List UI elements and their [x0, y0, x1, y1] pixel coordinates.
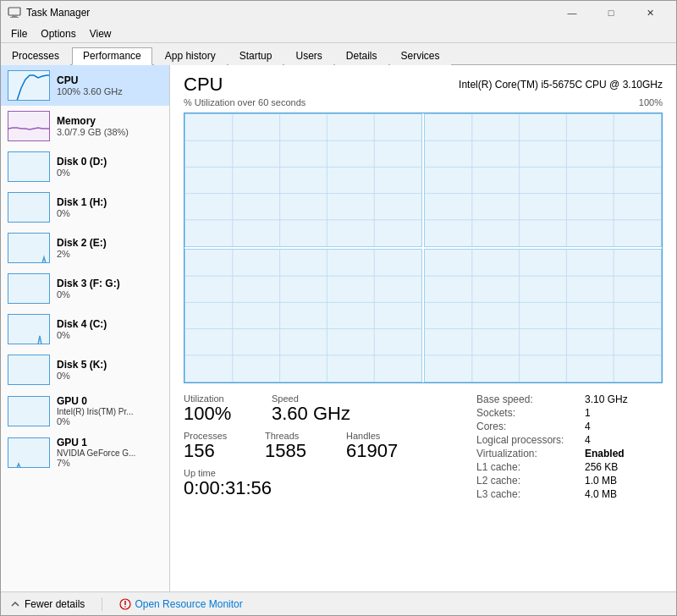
memory-detail: 3.0/7.9 GB (38%): [57, 127, 162, 137]
tab-users[interactable]: Users: [284, 47, 333, 65]
tab-startup[interactable]: Startup: [228, 47, 283, 65]
memory-label: Memory: [57, 115, 162, 127]
menu-options[interactable]: Options: [34, 26, 82, 41]
cpu-chart-q4: [424, 249, 662, 382]
menu-file[interactable]: File: [4, 26, 34, 41]
l1-row: L1 cache: 256 KB: [476, 461, 663, 473]
cpu-title: CPU: [184, 74, 223, 96]
base-speed-val: 3.10 GHz: [585, 393, 628, 405]
utilization-block: Utilization 100%: [184, 393, 251, 424]
gpu0-thumb-chart: [8, 397, 50, 426]
disk3-sidebar-info: Disk 3 (F: G:) 0%: [57, 278, 162, 300]
sidebar: CPU 100% 3.60 GHz Memory 3.0/7.9 GB (38%…: [1, 65, 170, 591]
gpu0-detail: 0%: [57, 416, 162, 426]
disk2-thumbnail: [8, 233, 50, 263]
virt-val: Enabled: [585, 448, 625, 459]
task-manager-window: Task Manager — □ ✕ File Options View Pro…: [0, 0, 677, 616]
cpu-label: CPU: [57, 74, 162, 86]
svg-rect-12: [8, 438, 50, 468]
sidebar-item-gpu0[interactable]: GPU 0 Intel(R) Iris(TM) Pr... 0%: [1, 390, 169, 432]
disk5-thumbnail: [8, 355, 50, 385]
disk1-thumbnail: [8, 192, 50, 223]
sockets-val: 1: [585, 407, 591, 419]
cores-row: Cores: 4: [476, 421, 663, 432]
virt-row: Virtualization: Enabled: [476, 448, 663, 459]
memory-thumbnail: [8, 111, 50, 141]
menu-view[interactable]: View: [83, 26, 118, 41]
sidebar-item-disk2[interactable]: Disk 2 (E:) 2%: [1, 228, 169, 268]
maximize-button[interactable]: □: [592, 4, 630, 21]
logical-val: 4: [585, 434, 591, 446]
processes-value: 156: [184, 441, 251, 461]
app-icon: [8, 6, 21, 19]
disk1-thumb-chart: [8, 193, 50, 223]
resource-monitor-icon: [119, 598, 131, 610]
sidebar-item-memory[interactable]: Memory 3.0/7.9 GB (38%): [1, 106, 169, 146]
sidebar-item-disk1[interactable]: Disk 1 (H:) 0%: [1, 187, 169, 228]
cpu-chart-q1-svg: [185, 114, 421, 246]
svg-rect-9: [8, 315, 50, 344]
chart-label: % Utilization over 60 seconds: [184, 97, 305, 107]
l3-val: 4.0 MB: [585, 488, 617, 500]
sidebar-item-disk0[interactable]: Disk 0 (D:) 0%: [1, 146, 169, 187]
disk1-label: Disk 1 (H:): [57, 196, 162, 208]
l3-row: L3 cache: 4.0 MB: [476, 488, 663, 500]
disk5-label: Disk 5 (K:): [57, 359, 162, 371]
sidebar-item-disk5[interactable]: Disk 5 (K:) 0%: [1, 349, 169, 390]
fewer-details-item[interactable]: Fewer details: [9, 598, 85, 610]
minimize-button[interactable]: —: [553, 4, 592, 21]
sidebar-item-disk3[interactable]: Disk 3 (F: G:) 0%: [1, 268, 169, 309]
sidebar-item-cpu[interactable]: CPU 100% 3.60 GHz: [1, 65, 169, 106]
disk2-label: Disk 2 (E:): [57, 237, 162, 249]
disk3-label: Disk 3 (F: G:): [57, 278, 162, 289]
logical-row: Logical processors: 4: [476, 434, 663, 446]
virt-key: Virtualization:: [476, 448, 578, 459]
l2-val: 1.0 MB: [585, 475, 617, 487]
open-resource-monitor-item[interactable]: Open Resource Monitor: [119, 598, 242, 610]
cpu-chart-q2: [424, 113, 662, 247]
cpu-model: Intel(R) Core(TM) i5-5675C CPU @ 3.10GHz: [459, 79, 663, 91]
cpu-chart-q2-svg: [425, 114, 661, 246]
chevron-up-icon: [9, 598, 21, 610]
disk3-detail: 0%: [57, 289, 162, 300]
tab-bar: Processes Performance App history Startu…: [1, 43, 676, 65]
disk1-sidebar-info: Disk 1 (H:) 0%: [57, 196, 162, 218]
base-speed-row: Base speed: 3.10 GHz: [476, 393, 663, 405]
gpu1-label: GPU 1: [57, 437, 162, 448]
disk2-sidebar-info: Disk 2 (E:) 2%: [57, 237, 162, 259]
cpu-chart-container: [184, 113, 663, 383]
gpu1-model: NVIDIA GeForce G...: [57, 448, 162, 458]
disk5-detail: 0%: [57, 371, 162, 381]
sidebar-item-disk4[interactable]: Disk 4 (C:) 0%: [1, 309, 169, 349]
chart-max-label: 100%: [639, 97, 663, 107]
disk0-label: Disk 0 (D:): [57, 156, 162, 168]
svg-rect-0: [8, 8, 20, 15]
sidebar-item-gpu1[interactable]: GPU 1 NVIDIA GeForce G... 7%: [1, 432, 169, 473]
window-title: Task Manager: [26, 7, 90, 19]
tab-services[interactable]: Services: [390, 47, 451, 65]
disk2-detail: 2%: [57, 249, 162, 259]
disk0-thumb-chart: [8, 152, 50, 182]
l1-val: 256 KB: [585, 461, 618, 473]
base-speed-key: Base speed:: [476, 393, 578, 405]
cpu-content-area: CPU Intel(R) Core(TM) i5-5675C CPU @ 3.1…: [170, 65, 676, 591]
gpu0-sidebar-info: GPU 0 Intel(R) Iris(TM) Pr... 0%: [57, 395, 162, 426]
disk4-thumb-chart: [8, 315, 50, 344]
cores-val: 4: [585, 421, 591, 432]
svg-rect-8: [8, 274, 50, 304]
tab-performance[interactable]: Performance: [72, 47, 152, 65]
tab-processes[interactable]: Processes: [1, 47, 70, 65]
title-bar: Task Manager — □ ✕: [1, 1, 676, 25]
threads-value: 1585: [265, 441, 333, 461]
logical-key: Logical processors:: [476, 434, 578, 446]
disk5-thumb-chart: [8, 355, 50, 385]
tab-details[interactable]: Details: [335, 47, 388, 65]
primary-stats: Utilization 100% Speed 3.60 GHz Processe…: [184, 393, 476, 502]
close-button[interactable]: ✕: [630, 4, 669, 21]
l1-key: L1 cache:: [476, 461, 578, 473]
tab-app-history[interactable]: App history: [154, 47, 227, 65]
svg-rect-1: [12, 15, 17, 17]
open-resource-monitor-link[interactable]: Open Resource Monitor: [135, 598, 242, 610]
svg-rect-6: [8, 193, 50, 223]
disk1-detail: 0%: [57, 208, 162, 218]
